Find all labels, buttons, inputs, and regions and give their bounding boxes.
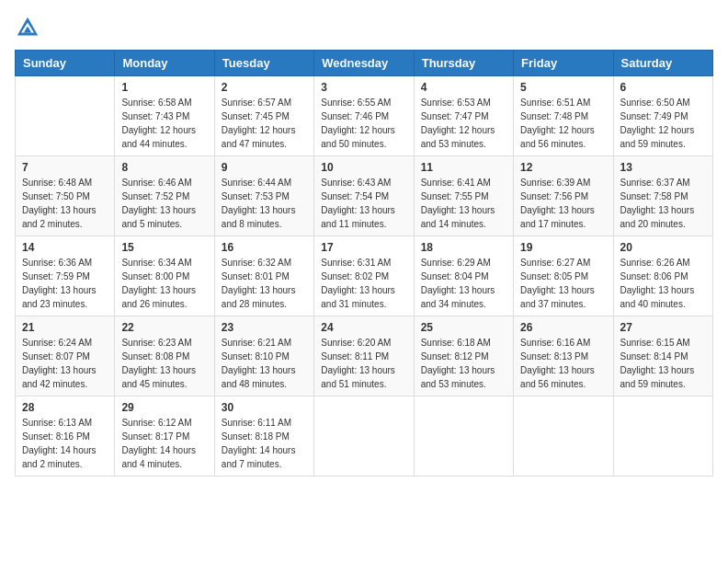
day-number: 13 [620, 161, 706, 174]
day-number: 20 [620, 241, 706, 254]
day-number: 28 [22, 401, 108, 414]
calendar-table: SundayMondayTuesdayWednesdayThursdayFrid… [15, 50, 713, 477]
day-number: 10 [321, 161, 406, 174]
day-number: 4 [421, 81, 506, 94]
calendar-cell: 12Sunrise: 6:39 AM Sunset: 7:56 PM Dayli… [514, 156, 613, 236]
page-header [15, 15, 713, 40]
day-info: Sunrise: 6:18 AM Sunset: 8:12 PM Dayligh… [421, 336, 506, 391]
day-number: 11 [421, 161, 506, 174]
calendar-cell: 4Sunrise: 6:53 AM Sunset: 7:47 PM Daylig… [414, 76, 513, 156]
day-number: 7 [22, 161, 108, 174]
calendar-day-header: Tuesday [214, 51, 313, 76]
calendar-cell: 27Sunrise: 6:15 AM Sunset: 8:14 PM Dayli… [613, 316, 712, 396]
calendar-day-header: Wednesday [314, 51, 414, 76]
calendar-cell: 6Sunrise: 6:50 AM Sunset: 7:49 PM Daylig… [613, 76, 712, 156]
day-info: Sunrise: 6:44 AM Sunset: 7:53 PM Dayligh… [222, 176, 307, 231]
day-info: Sunrise: 6:11 AM Sunset: 8:18 PM Dayligh… [222, 416, 307, 471]
day-number: 22 [121, 321, 207, 334]
day-number: 17 [321, 241, 406, 254]
calendar-cell: 7Sunrise: 6:48 AM Sunset: 7:50 PM Daylig… [16, 156, 115, 236]
day-number: 3 [321, 81, 406, 94]
day-number: 14 [22, 241, 108, 254]
day-info: Sunrise: 6:12 AM Sunset: 8:17 PM Dayligh… [121, 416, 207, 471]
calendar-week-row: 1Sunrise: 6:58 AM Sunset: 7:43 PM Daylig… [16, 76, 713, 156]
day-info: Sunrise: 6:20 AM Sunset: 8:11 PM Dayligh… [321, 336, 406, 391]
day-number: 1 [121, 81, 207, 94]
day-number: 2 [222, 81, 307, 94]
day-info: Sunrise: 6:29 AM Sunset: 8:04 PM Dayligh… [421, 256, 506, 311]
calendar-cell: 11Sunrise: 6:41 AM Sunset: 7:55 PM Dayli… [414, 156, 513, 236]
day-info: Sunrise: 6:50 AM Sunset: 7:49 PM Dayligh… [620, 96, 706, 151]
calendar-cell: 14Sunrise: 6:36 AM Sunset: 7:59 PM Dayli… [16, 236, 115, 316]
calendar-cell: 20Sunrise: 6:26 AM Sunset: 8:06 PM Dayli… [613, 236, 712, 316]
calendar-day-header: Saturday [613, 51, 712, 76]
day-number: 18 [421, 241, 506, 254]
calendar-cell: 30Sunrise: 6:11 AM Sunset: 8:18 PM Dayli… [214, 396, 313, 477]
calendar-cell: 22Sunrise: 6:23 AM Sunset: 8:08 PM Dayli… [115, 316, 214, 396]
day-info: Sunrise: 6:24 AM Sunset: 8:07 PM Dayligh… [22, 336, 108, 391]
day-info: Sunrise: 6:55 AM Sunset: 7:46 PM Dayligh… [321, 96, 406, 151]
day-info: Sunrise: 6:46 AM Sunset: 7:52 PM Dayligh… [121, 176, 207, 231]
calendar-cell: 8Sunrise: 6:46 AM Sunset: 7:52 PM Daylig… [115, 156, 214, 236]
day-info: Sunrise: 6:39 AM Sunset: 7:56 PM Dayligh… [520, 176, 606, 231]
day-info: Sunrise: 6:15 AM Sunset: 8:14 PM Dayligh… [620, 336, 706, 391]
day-number: 15 [121, 241, 207, 254]
calendar-cell: 25Sunrise: 6:18 AM Sunset: 8:12 PM Dayli… [414, 316, 513, 396]
day-number: 24 [321, 321, 406, 334]
calendar-cell: 3Sunrise: 6:55 AM Sunset: 7:46 PM Daylig… [314, 76, 414, 156]
calendar-cell: 21Sunrise: 6:24 AM Sunset: 8:07 PM Dayli… [16, 316, 115, 396]
day-info: Sunrise: 6:21 AM Sunset: 8:10 PM Dayligh… [222, 336, 307, 391]
day-number: 25 [421, 321, 506, 334]
logo-icon [15, 15, 40, 40]
calendar-cell: 10Sunrise: 6:43 AM Sunset: 7:54 PM Dayli… [314, 156, 414, 236]
calendar-day-header: Monday [115, 51, 214, 76]
logo [15, 15, 44, 40]
calendar-day-header: Sunday [16, 51, 115, 76]
day-info: Sunrise: 6:53 AM Sunset: 7:47 PM Dayligh… [421, 96, 506, 151]
day-info: Sunrise: 6:48 AM Sunset: 7:50 PM Dayligh… [22, 176, 108, 231]
day-info: Sunrise: 6:43 AM Sunset: 7:54 PM Dayligh… [321, 176, 406, 231]
day-number: 30 [222, 401, 307, 414]
day-number: 29 [121, 401, 207, 414]
day-info: Sunrise: 6:37 AM Sunset: 7:58 PM Dayligh… [620, 176, 706, 231]
calendar-day-header: Thursday [414, 51, 513, 76]
day-info: Sunrise: 6:57 AM Sunset: 7:45 PM Dayligh… [222, 96, 307, 151]
day-info: Sunrise: 6:13 AM Sunset: 8:16 PM Dayligh… [22, 416, 108, 471]
day-info: Sunrise: 6:23 AM Sunset: 8:08 PM Dayligh… [121, 336, 207, 391]
calendar-cell: 15Sunrise: 6:34 AM Sunset: 8:00 PM Dayli… [115, 236, 214, 316]
calendar-cell: 23Sunrise: 6:21 AM Sunset: 8:10 PM Dayli… [214, 316, 313, 396]
day-number: 8 [121, 161, 207, 174]
calendar-cell: 2Sunrise: 6:57 AM Sunset: 7:45 PM Daylig… [214, 76, 313, 156]
day-number: 6 [620, 81, 706, 94]
calendar-cell: 24Sunrise: 6:20 AM Sunset: 8:11 PM Dayli… [314, 316, 414, 396]
calendar-cell [514, 396, 613, 477]
calendar-cell [613, 396, 712, 477]
calendar-week-row: 28Sunrise: 6:13 AM Sunset: 8:16 PM Dayli… [16, 396, 713, 477]
calendar-cell: 28Sunrise: 6:13 AM Sunset: 8:16 PM Dayli… [16, 396, 115, 477]
calendar-cell: 1Sunrise: 6:58 AM Sunset: 7:43 PM Daylig… [115, 76, 214, 156]
day-info: Sunrise: 6:41 AM Sunset: 7:55 PM Dayligh… [421, 176, 506, 231]
calendar-cell: 19Sunrise: 6:27 AM Sunset: 8:05 PM Dayli… [514, 236, 613, 316]
calendar-cell: 5Sunrise: 6:51 AM Sunset: 7:48 PM Daylig… [514, 76, 613, 156]
day-info: Sunrise: 6:31 AM Sunset: 8:02 PM Dayligh… [321, 256, 406, 311]
calendar-week-row: 14Sunrise: 6:36 AM Sunset: 7:59 PM Dayli… [16, 236, 713, 316]
calendar-cell: 18Sunrise: 6:29 AM Sunset: 8:04 PM Dayli… [414, 236, 513, 316]
calendar-cell: 29Sunrise: 6:12 AM Sunset: 8:17 PM Dayli… [115, 396, 214, 477]
day-number: 19 [520, 241, 606, 254]
calendar-cell: 13Sunrise: 6:37 AM Sunset: 7:58 PM Dayli… [613, 156, 712, 236]
day-number: 12 [520, 161, 606, 174]
day-number: 23 [222, 321, 307, 334]
day-number: 9 [222, 161, 307, 174]
calendar-cell [16, 76, 115, 156]
day-info: Sunrise: 6:32 AM Sunset: 8:01 PM Dayligh… [222, 256, 307, 311]
calendar-header-row: SundayMondayTuesdayWednesdayThursdayFrid… [16, 51, 713, 76]
day-info: Sunrise: 6:36 AM Sunset: 7:59 PM Dayligh… [22, 256, 108, 311]
day-number: 26 [520, 321, 606, 334]
day-number: 27 [620, 321, 706, 334]
day-number: 5 [520, 81, 606, 94]
day-info: Sunrise: 6:51 AM Sunset: 7:48 PM Dayligh… [520, 96, 606, 151]
calendar-cell: 17Sunrise: 6:31 AM Sunset: 8:02 PM Dayli… [314, 236, 414, 316]
calendar-cell: 26Sunrise: 6:16 AM Sunset: 8:13 PM Dayli… [514, 316, 613, 396]
calendar-week-row: 7Sunrise: 6:48 AM Sunset: 7:50 PM Daylig… [16, 156, 713, 236]
calendar-cell: 9Sunrise: 6:44 AM Sunset: 7:53 PM Daylig… [214, 156, 313, 236]
